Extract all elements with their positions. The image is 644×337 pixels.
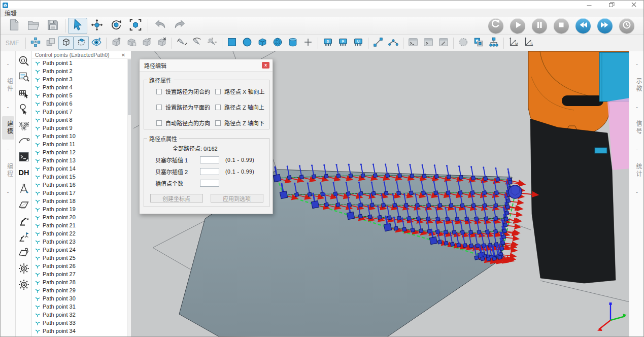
zoom-fit-button[interactable] bbox=[17, 54, 31, 69]
path-point-item[interactable]: Path point 5 bbox=[32, 91, 127, 99]
cube-remove-button[interactable] bbox=[154, 36, 170, 50]
panel-close-icon[interactable]: ✕ bbox=[120, 52, 127, 58]
cube-copy-button[interactable] bbox=[124, 36, 139, 50]
line-tool-button[interactable] bbox=[370, 36, 386, 50]
path-point-item[interactable]: Path point 6 bbox=[32, 99, 127, 108]
path-point-item[interactable]: Path point 17 bbox=[32, 189, 127, 197]
arc-tool-button[interactable] bbox=[386, 36, 401, 50]
ellipsoid-primitive-button[interactable] bbox=[270, 36, 285, 50]
surface-pin-tool-button[interactable] bbox=[17, 246, 31, 261]
left-tab-1[interactable]: 建模 bbox=[2, 116, 14, 140]
probe-free-button[interactable] bbox=[205, 36, 220, 50]
path-point-item[interactable]: Path point 35 bbox=[32, 335, 127, 337]
path-point-item[interactable]: Path point 21 bbox=[32, 221, 127, 229]
stop-button[interactable] bbox=[554, 18, 569, 33]
path-point-item[interactable]: Path point 4 bbox=[32, 83, 127, 91]
right-tab-2[interactable]: 统计 bbox=[631, 159, 643, 182]
move-tool-button[interactable] bbox=[87, 18, 107, 34]
reset-button[interactable] bbox=[488, 18, 503, 33]
chip-f-button[interactable]: F bbox=[335, 36, 351, 50]
search-list-button[interactable] bbox=[17, 71, 31, 85]
curve-tool-button[interactable] bbox=[17, 134, 31, 149]
path-point-item[interactable]: Path point 1 bbox=[32, 59, 127, 67]
path-point-item[interactable]: Path point 10 bbox=[32, 132, 127, 140]
hierarchy-button[interactable] bbox=[486, 36, 501, 50]
console-button[interactable] bbox=[17, 150, 31, 165]
path-point-item[interactable]: Path point 12 bbox=[32, 148, 127, 156]
section-box-button[interactable] bbox=[74, 36, 89, 50]
path-point-item[interactable]: Path point 28 bbox=[32, 278, 127, 286]
path-point-item[interactable]: Path point 9 bbox=[32, 124, 127, 132]
path-point-item[interactable]: Path point 30 bbox=[32, 294, 127, 302]
layers-button[interactable] bbox=[471, 36, 486, 50]
apply-to-selection-button[interactable]: 应用到选项 bbox=[211, 194, 263, 203]
overlap-copy-button[interactable] bbox=[43, 36, 58, 50]
plane-tool-button[interactable] bbox=[17, 198, 31, 213]
path-point-item[interactable]: Path point 2 bbox=[32, 67, 127, 75]
close-button[interactable] bbox=[629, 1, 638, 8]
play-button[interactable] bbox=[510, 18, 525, 33]
right-tab-0[interactable]: 示教 bbox=[631, 74, 643, 97]
menu-edit[interactable]: 编辑 bbox=[1, 9, 21, 17]
path-point-item[interactable]: Path point 11 bbox=[32, 140, 127, 148]
set-path-planar-checkbox[interactable] bbox=[156, 105, 162, 110]
add-primitive-button[interactable] bbox=[300, 36, 316, 50]
path-point-item[interactable]: Path point 24 bbox=[32, 246, 127, 254]
group-components-button[interactable] bbox=[17, 118, 31, 133]
axes-s-button[interactable]: S bbox=[521, 36, 536, 50]
path-point-item[interactable]: Path point 14 bbox=[32, 164, 127, 173]
robot-calibrate-tool-button[interactable] bbox=[17, 230, 31, 245]
path-point-item[interactable]: Path point 20 bbox=[32, 213, 127, 221]
path-point-item[interactable]: Path point 16 bbox=[32, 181, 127, 189]
path-point-item[interactable]: Path point 34 bbox=[32, 327, 127, 335]
path-point-z-axis-up-checkbox[interactable] bbox=[215, 105, 221, 110]
path-point-item[interactable]: Path point 7 bbox=[32, 108, 127, 116]
maximize-button[interactable] bbox=[607, 1, 616, 8]
chip-d-button[interactable]: D bbox=[320, 36, 335, 50]
terminal-prompt-button[interactable] bbox=[405, 36, 421, 50]
settings-gear-1-button[interactable] bbox=[17, 262, 31, 277]
measure-compass-button[interactable] bbox=[17, 182, 31, 197]
dh-parameters-button[interactable]: DH bbox=[17, 166, 31, 181]
undo-button[interactable] bbox=[151, 18, 170, 34]
path-point-item[interactable]: Path point 33 bbox=[32, 319, 127, 327]
tree-scrollbar-thumb[interactable] bbox=[128, 59, 131, 115]
box-primitive-button[interactable] bbox=[255, 36, 270, 50]
save-file-button[interactable] bbox=[43, 18, 62, 34]
chip-u-button[interactable]: U bbox=[351, 36, 366, 50]
left-tab-2[interactable]: 编程 bbox=[2, 159, 14, 182]
explode-assembly-button[interactable] bbox=[28, 36, 43, 50]
path-point-z-axis-down-checkbox[interactable] bbox=[215, 120, 221, 126]
plane-primitive-button[interactable] bbox=[224, 36, 240, 50]
path-point-item[interactable]: Path point 8 bbox=[32, 116, 127, 124]
open-file-button[interactable] bbox=[24, 18, 43, 34]
set-path-closed-checkbox[interactable] bbox=[156, 89, 162, 94]
rewind-button[interactable] bbox=[575, 18, 591, 33]
path-point-item[interactable]: Path point 19 bbox=[32, 205, 127, 213]
cube-add-button[interactable] bbox=[109, 36, 124, 50]
frame-select-tool-button[interactable] bbox=[126, 18, 145, 34]
settings-gear-2-button[interactable] bbox=[17, 278, 31, 293]
cube-subtract-button[interactable] bbox=[139, 36, 154, 50]
path-point-item[interactable]: Path point 15 bbox=[32, 173, 127, 181]
robot-arm-tool-button[interactable] bbox=[17, 214, 31, 229]
fast-forward-button[interactable] bbox=[597, 18, 613, 33]
tree-scrollbar[interactable] bbox=[127, 59, 131, 337]
bezier-interp-1-input[interactable] bbox=[200, 156, 219, 163]
redo-button[interactable] bbox=[170, 18, 189, 34]
rotate-tool-button[interactable] bbox=[107, 18, 126, 34]
path-point-item[interactable]: Path point 29 bbox=[32, 286, 127, 294]
terminal-script-button[interactable] bbox=[436, 36, 451, 50]
axes-m-button[interactable]: M bbox=[506, 36, 521, 50]
pause-button[interactable] bbox=[532, 18, 547, 33]
trace-circle-button[interactable] bbox=[456, 36, 471, 50]
left-tab-0[interactable]: 组件 bbox=[2, 74, 14, 97]
right-tab-1[interactable]: 信号 bbox=[631, 116, 643, 140]
dialog-close-button[interactable]: x bbox=[262, 62, 269, 69]
path-point-item[interactable]: Path point 3 bbox=[32, 75, 127, 83]
path-point-item[interactable]: Path point 31 bbox=[32, 302, 127, 311]
select-tool-button[interactable] bbox=[68, 18, 87, 34]
path-point-item[interactable]: Path point 18 bbox=[32, 197, 127, 205]
path-point-item[interactable]: Path point 23 bbox=[32, 238, 127, 246]
probe-move-button[interactable] bbox=[174, 36, 189, 50]
